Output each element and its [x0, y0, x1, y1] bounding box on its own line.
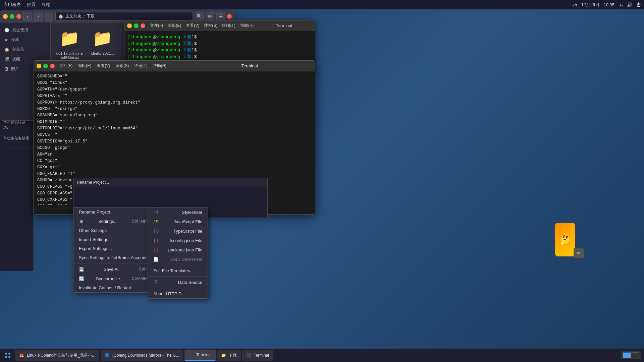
taskbar-browser-1-label: Linux下Goland的安装与使用_我是小...	[27, 353, 95, 358]
image-icon: 🖼	[4, 67, 8, 71]
taskbar-terminal-1[interactable]: ⬛ Terminal	[184, 350, 215, 361]
tf-min-button[interactable]	[37, 64, 41, 68]
taskbar: 🦊 Linux下Goland的安装与使用_我是小... 🔵 [Golang Do…	[0, 349, 644, 362]
taskbar-terminal-2-label: Terminal	[254, 353, 269, 358]
edit-icon[interactable]: ✏	[574, 248, 584, 258]
address-bar[interactable]: 🏠 主文件夹 / 下载	[55, 12, 193, 21]
tb-menu-view[interactable]: 查看(V)	[186, 23, 199, 28]
tf-menu-help[interactable]: 帮助(H)	[153, 63, 167, 69]
file-icon-golang: 📁	[59, 28, 80, 49]
close-button[interactable]	[16, 14, 21, 19]
tb-menu-search[interactable]: 搜索(S)	[204, 23, 217, 28]
js-icon: JS	[153, 219, 159, 224]
nav-back-button[interactable]: ‹	[23, 12, 32, 21]
file-name-idealu: idealU-2021...	[91, 51, 114, 55]
cm-settings[interactable]: ⚙ Settings... Ctrl+Alt+S	[73, 217, 155, 226]
file-icon-idealu: 📁	[92, 28, 113, 49]
tf-menu-view[interactable]: 查看(V)	[97, 63, 110, 69]
apps-menu[interactable]: 应用程序	[3, 2, 21, 8]
cm-saveall[interactable]: 💾 Save All Ctrl+S	[73, 264, 155, 274]
tf-max-button[interactable]	[43, 64, 48, 68]
file-idealu[interactable]: 📁 idealU-2021...	[91, 28, 114, 59]
tf-line-gotooldir: GOTOOLDIR="/usr/go/pkg/tool/linux_amd64"	[37, 125, 312, 132]
nav-forward-button[interactable]: ›	[34, 12, 43, 21]
submenu-new-file: ◻ Stylesheet JS JavaScript File TS TypeS…	[148, 207, 208, 299]
terminal-back-body[interactable]: [zhangpeng@zhangpeng 下载]$ [zhangpeng@zha…	[124, 31, 315, 63]
tb-line-4: [zhangpeng@zhangpeng 下载]$	[128, 54, 312, 60]
sub-edit-templates[interactable]: Edit File Templates...	[148, 266, 208, 275]
download-label[interactable]: 下载	[87, 13, 95, 19]
file-golang[interactable]: 📁 go1.17.5.linux-amd64.tar.gz	[56, 28, 83, 59]
taskbar-filemanager[interactable]: 📁 下载	[217, 350, 241, 361]
tb-max-button[interactable]	[134, 23, 139, 28]
tb-menu-file[interactable]: 文件(F)	[150, 23, 163, 28]
ide-rename[interactable]: Rename Project...	[77, 180, 109, 185]
sub-http[interactable]: About HTTP D...	[148, 289, 208, 298]
close-button-2[interactable]	[227, 14, 232, 19]
search-button[interactable]: 🔍	[195, 12, 204, 21]
taskbar-browser-2[interactable]: 🔵 [Golang Downloads Mirrors - The G...	[101, 350, 183, 361]
tb-line-3: [zhangpeng@zhangpeng 下载]$	[128, 47, 312, 54]
sub-tsconfig[interactable]: { } tsconfig.json File	[148, 236, 208, 245]
css-icon: ◻	[153, 209, 159, 215]
ts-icon: TS	[153, 228, 159, 234]
tb-menu-terminal[interactable]: 终端(T)	[222, 23, 235, 28]
position-menu[interactable]: 位置	[27, 2, 36, 8]
cm-export[interactable]: Export Settings...	[73, 244, 155, 253]
cm-invalidate[interactable]: Invalidate Caches / Restart...	[73, 283, 155, 292]
cm-synchronize[interactable]: 🔄 Synchronize Ctrl+Alt+Y	[73, 274, 155, 283]
left-panel-multi[interactable]: 单机多任务部署（	[0, 133, 33, 149]
sidebar-favorites[interactable]: ★ 收藏	[0, 35, 50, 45]
taskbar-terminal-2[interactable]: ⬛ Terminal	[242, 350, 273, 361]
save-icon: 💾	[79, 266, 84, 272]
chrome-icon: 🔵	[105, 353, 110, 358]
taskbar-apps-icon[interactable]	[2, 349, 14, 361]
taskbar-browser-2-label: [Golang Downloads Mirrors - The G...	[112, 353, 179, 358]
firefox-icon: 🦊	[19, 353, 24, 358]
terminal-menu[interactable]: 终端	[42, 2, 50, 8]
tb-min-button[interactable]	[127, 23, 132, 28]
sidebar-home[interactable]: 🏠 主目录	[0, 45, 50, 54]
cm-sync[interactable]: Sync Settings to JetBrains Account...	[73, 253, 155, 262]
home-icon: 🏠	[58, 14, 63, 19]
view-toggle-button[interactable]: ⊞	[206, 12, 214, 21]
tf-line-gosumdb: GOSUMDB="sum.golang.org"	[37, 112, 312, 119]
sub-datasource[interactable]: 🗄 Data Source	[148, 278, 208, 287]
minimize-button[interactable]	[3, 14, 8, 19]
svg-point-3	[8, 356, 10, 358]
svg-point-1	[8, 353, 10, 355]
nav-up-button[interactable]: ↑	[45, 12, 53, 21]
volume-icon: 🔊	[627, 2, 632, 7]
xslt-icon: 📄	[153, 256, 159, 262]
home-label[interactable]: 主文件夹	[65, 13, 82, 19]
workspace-indicator[interactable]	[621, 351, 641, 359]
tb-menu-edit[interactable]: 编辑(E)	[168, 23, 181, 28]
sub-sep-3	[148, 288, 208, 288]
cm-rename[interactable]: Rename Project...	[73, 207, 155, 217]
sub-stylesheet[interactable]: ◻ Stylesheet	[148, 207, 208, 217]
maximize-button[interactable]	[10, 14, 14, 19]
sub-ts[interactable]: TS TypeScript File	[148, 226, 208, 236]
taskbar-browser-1[interactable]: 🦊 Linux下Goland的安装与使用_我是小...	[15, 350, 99, 361]
sidebar-recent[interactable]: 🕐 最近使用	[0, 25, 50, 35]
sub-packagejson[interactable]: { } package.json File	[148, 245, 208, 254]
packagejson-icon: { }	[153, 247, 159, 252]
tf-menu-edit[interactable]: 编辑(E)	[78, 63, 91, 69]
tb-close-button[interactable]	[141, 23, 145, 28]
video-icon: 🎬	[4, 57, 9, 62]
tb-menu-help[interactable]: 帮助(H)	[240, 23, 254, 28]
tf-menu-terminal[interactable]: 终端(T)	[134, 63, 147, 69]
cm-sep-1	[73, 263, 155, 263]
sub-js[interactable]: JS JavaScript File	[148, 217, 208, 226]
tf-line-gonosumdb: GONOSUMDB=""	[37, 73, 312, 80]
tf-menu-file[interactable]: 文件(F)	[59, 63, 72, 69]
terminal-front-title: Terminal	[187, 63, 312, 68]
tf-close-button[interactable]	[50, 64, 55, 68]
menu-button[interactable]: ☰	[216, 12, 225, 21]
svg-point-2	[5, 356, 7, 358]
cm-import[interactable]: Import Settings...	[73, 235, 155, 244]
cm-other-settings[interactable]: Other Settings ›	[73, 226, 155, 235]
home-icon-2: 🏠	[4, 47, 9, 52]
taskbar-filemanager-label: 下载	[229, 353, 237, 358]
tf-menu-search[interactable]: 搜索(S)	[115, 63, 129, 69]
